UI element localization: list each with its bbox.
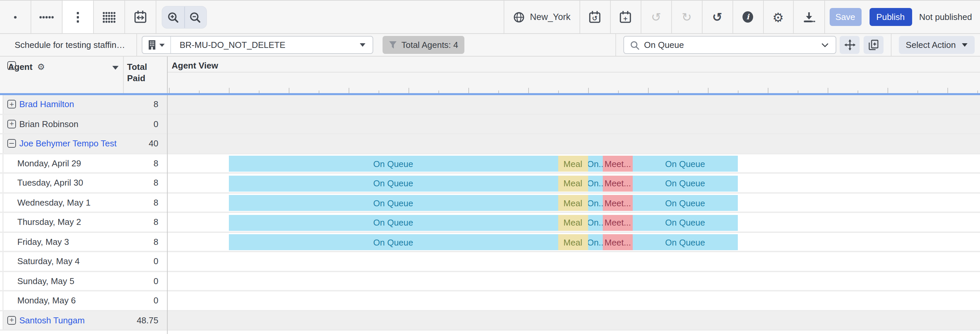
zoom-control-group <box>162 6 207 29</box>
zoom-out-button[interactable] <box>185 6 206 28</box>
shift-segment-meal[interactable]: Meal <box>558 156 588 172</box>
expand-toggle[interactable]: ＋ <box>7 119 16 128</box>
half-hour-tick <box>318 90 319 93</box>
revert-week-button[interactable]: ↺ <box>580 1 610 33</box>
total-paid-value: 0 <box>154 252 158 270</box>
shift-segment-meal[interactable]: Meal <box>558 215 588 231</box>
add-schedule-button[interactable]: ＋ <box>611 1 640 33</box>
expand-toggle[interactable]: ＋ <box>7 100 16 108</box>
globe-icon <box>513 11 525 23</box>
move-shift-button[interactable] <box>840 36 859 54</box>
activity-search-select[interactable]: On Queue <box>624 36 836 54</box>
timeline-column-divider <box>167 57 168 334</box>
copy-shift-button[interactable] <box>864 36 883 54</box>
half-hour-tick <box>917 90 918 93</box>
zoom-in-button[interactable] <box>162 6 184 28</box>
shift-segment-onqueue[interactable]: On.. <box>588 215 603 231</box>
business-unit-icon-segment[interactable] <box>142 37 171 53</box>
day-row[interactable]: Thursday, May 28On QueueMealOn..Meet...O… <box>0 213 980 232</box>
business-unit-select[interactable]: BR-MU-DO_NOT_DELETE <box>142 36 373 54</box>
view-granularity-1-button[interactable] <box>0 1 31 33</box>
row-left-cell: ＋Santosh Tungam48.75 <box>0 311 168 329</box>
shift-segment-meeting[interactable]: Meet... <box>603 176 633 192</box>
day-row[interactable]: Tuesday, April 308On QueueMealOn..Meet..… <box>0 173 980 193</box>
undo-button[interactable]: ↺ <box>641 1 671 33</box>
agent-settings-gear-icon[interactable]: ⚙ <box>37 62 45 72</box>
shift-segment-onqueue[interactable]: On Queue <box>633 176 738 192</box>
shift-segment-meeting[interactable]: Meet... <box>603 215 633 231</box>
chevron-down-icon <box>821 42 829 48</box>
shift-segment-onqueue[interactable]: On Queue <box>229 235 558 250</box>
expand-toggle[interactable]: ＋ <box>7 316 16 324</box>
publish-button[interactable]: Publish <box>869 8 912 26</box>
info-button[interactable]: i <box>733 1 763 33</box>
save-button[interactable]: Save <box>829 8 861 26</box>
shift-segment-onqueue[interactable]: On Queue <box>633 195 738 211</box>
shift-segment-onqueue[interactable]: On Queue <box>229 195 558 211</box>
view-granularity-2-button[interactable] <box>31 1 62 33</box>
total-agents-badge[interactable]: Total Agents: 4 <box>383 36 465 54</box>
shift-segment-onqueue[interactable]: On Queue <box>633 156 738 172</box>
settings-button[interactable]: ⚙ <box>764 1 793 33</box>
day-row[interactable]: Wednesday, May 18On QueueMealOn..Meet...… <box>0 193 980 213</box>
agent-row[interactable]: ＋Santosh Tungam48.75 <box>0 311 980 331</box>
agent-name-link[interactable]: Santosh Tungam <box>19 311 85 329</box>
timezone-button[interactable]: New_York <box>504 1 579 33</box>
redo-button[interactable]: ↻ <box>671 1 702 33</box>
half-hour-tick <box>857 90 858 93</box>
shift-segment-onqueue[interactable]: On.. <box>588 176 603 192</box>
schedule-grid-rows: ＋Brad Hamilton8＋Brian Robinson0−Joe Behy… <box>0 95 980 334</box>
filter-toolbar: Schedule for testing staffin… BR-MU-DO_N… <box>0 34 980 57</box>
shift-segment-onqueue[interactable]: On Queue <box>229 176 558 192</box>
shift-segment-meal[interactable]: Meal <box>558 235 588 250</box>
shift-segment-onqueue[interactable]: On.. <box>588 235 603 250</box>
day-row[interactable]: Monday, May 60 <box>0 291 980 311</box>
half-hour-tick <box>618 90 619 93</box>
history-button[interactable]: ↺ <box>702 1 732 33</box>
shift-segment-onqueue[interactable]: On.. <box>588 156 603 172</box>
half-hour-tick <box>498 90 499 93</box>
shift-segment-meeting[interactable]: Meet... <box>603 195 633 211</box>
day-row[interactable]: Friday, May 38On QueueMealOn..Meet...On … <box>0 232 980 252</box>
agent-row[interactable]: ＋Brad Hamilton8 <box>0 95 980 115</box>
hour-tick <box>887 88 888 93</box>
building-icon <box>148 40 156 50</box>
select-action-button[interactable]: Select Action <box>899 36 975 54</box>
agent-name-link[interactable]: Joe Behymer Tempo Test <box>19 134 116 153</box>
collapse-toggle[interactable]: − <box>7 139 16 148</box>
schedule-name: Schedule for testing staffin… <box>14 34 125 56</box>
agent-name-link[interactable]: Brian Robinson <box>19 115 78 133</box>
expand-all-button[interactable]: ＋ <box>7 61 16 70</box>
history-icon: ↺ <box>712 10 722 24</box>
agent-sort-caret-icon[interactable] <box>112 65 119 70</box>
view-granularity-3-button[interactable] <box>62 1 94 33</box>
shift-segment-meeting[interactable]: Meet... <box>603 235 633 250</box>
publish-status: Not published <box>919 12 972 22</box>
view-granularity-grid-button[interactable] <box>94 1 125 33</box>
day-label: Thursday, May 2 <box>17 213 81 231</box>
shift-segment-onqueue[interactable]: On Queue <box>633 235 738 250</box>
filter-icon <box>389 41 398 49</box>
agent-name-link[interactable]: Brad Hamilton <box>19 95 74 113</box>
shift-segment-meeting[interactable]: Meet... <box>603 156 633 172</box>
dots-column-icon <box>70 9 85 25</box>
day-row[interactable]: Saturday, May 40 <box>0 252 980 272</box>
shift-segment-onqueue[interactable]: On.. <box>588 195 603 211</box>
shift-segment-meal[interactable]: Meal <box>558 176 588 192</box>
shift-segment-onqueue[interactable]: On Queue <box>229 215 558 231</box>
main-toolbar: New_York ↺ ＋ ↺ ↻ ↺ i ⚙ Save <box>0 1 980 34</box>
download-button[interactable] <box>793 1 824 33</box>
shift-segment-onqueue[interactable]: On Queue <box>633 215 738 231</box>
day-row[interactable]: Sunday, May 50 <box>0 272 980 291</box>
row-left-cell: Wednesday, May 18 <box>0 193 168 212</box>
day-row[interactable]: Monday, April 298On QueueMealOn..Meet...… <box>0 154 980 173</box>
agent-row[interactable]: ＋Brian Robinson0 <box>0 115 980 134</box>
day-label: Saturday, May 4 <box>17 252 80 270</box>
toolbar-right-group: New_York ↺ ＋ ↺ ↻ ↺ i ⚙ Save <box>504 1 980 33</box>
shift-segment-meal[interactable]: Meal <box>558 195 588 211</box>
caret-down-icon <box>359 43 366 47</box>
hour-tick <box>767 88 768 93</box>
date-range-view-button[interactable] <box>125 1 156 33</box>
agent-row[interactable]: −Joe Behymer Tempo Test40 <box>0 134 980 154</box>
shift-segment-onqueue[interactable]: On Queue <box>229 156 558 172</box>
